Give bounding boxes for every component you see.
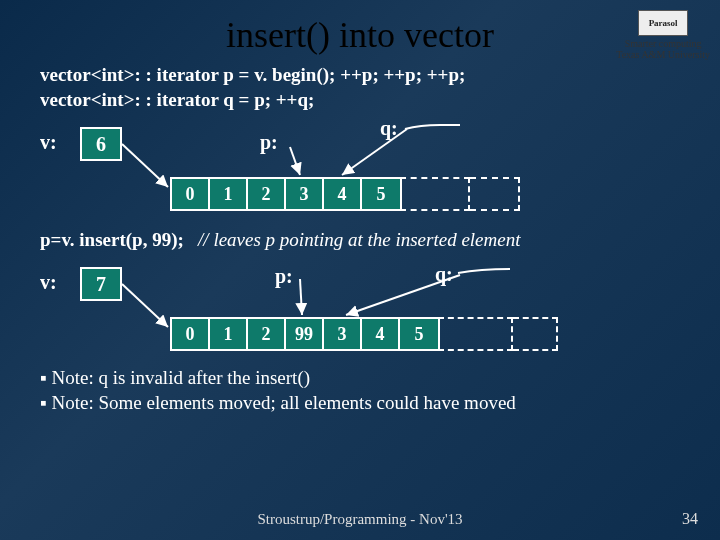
cell: 1	[210, 319, 248, 349]
cells-1: 0 1 2 3 4 5	[170, 177, 402, 211]
cell: 99	[286, 319, 324, 349]
ghost-2a	[438, 317, 513, 351]
svg-line-0	[122, 144, 168, 187]
cell: 5	[362, 179, 400, 209]
code-line-1: vector<int>: : iterator p = v. begin(); …	[40, 64, 690, 86]
footer-text: Stroustrup/Programming - Nov'13	[0, 511, 720, 528]
cell: 3	[324, 319, 362, 349]
note-2: Note: Some elements moved; all elements …	[40, 392, 690, 414]
svg-line-4	[300, 279, 302, 315]
cell: 2	[248, 179, 286, 209]
ghost-2b	[513, 317, 558, 351]
diagram-before: v: 6 p: q: 0 1 2 3 4 5	[40, 117, 690, 227]
code-line-2: vector<int>: : iterator q = p; ++q;	[40, 89, 690, 111]
cell: 1	[210, 179, 248, 209]
size-box-2: 7	[80, 267, 122, 301]
notes-list: Note: q is invalid after the insert() No…	[0, 367, 720, 414]
p-label-2: p:	[275, 265, 293, 288]
p-label-1: p:	[260, 131, 278, 154]
q-label-1: q:	[380, 117, 398, 140]
ghost-1b	[470, 177, 520, 211]
cell: 0	[172, 319, 210, 349]
parasol-logo: Parasol Smarter computing Texas A&M Univ…	[616, 10, 710, 60]
v-label-2: v:	[40, 271, 57, 294]
ghost-1a	[400, 177, 470, 211]
cells-2: 0 1 2 99 3 4 5	[170, 317, 440, 351]
size-box-1: 6	[80, 127, 122, 161]
slide-title: insert() into vector	[0, 0, 720, 56]
insert-comment: p=v. insert(p, 99); // leaves p pointing…	[40, 229, 690, 251]
cell: 2	[248, 319, 286, 349]
logo-mark: Parasol	[638, 10, 688, 36]
svg-line-1	[290, 147, 300, 175]
page-number: 34	[682, 510, 698, 528]
logo-tag2: Texas A&M University	[616, 49, 710, 60]
diagram-after: v: 7 p: q: 0 1 2 99 3 4 5	[40, 257, 690, 367]
note-1: Note: q is invalid after the insert()	[40, 367, 690, 389]
cell: 5	[400, 319, 438, 349]
q-label-2: q:	[435, 263, 453, 286]
svg-line-3	[122, 284, 168, 327]
cell: 3	[286, 179, 324, 209]
cell: 4	[362, 319, 400, 349]
v-label-1: v:	[40, 131, 57, 154]
cell: 4	[324, 179, 362, 209]
logo-tag1: Smarter computing	[616, 38, 710, 49]
cell: 0	[172, 179, 210, 209]
